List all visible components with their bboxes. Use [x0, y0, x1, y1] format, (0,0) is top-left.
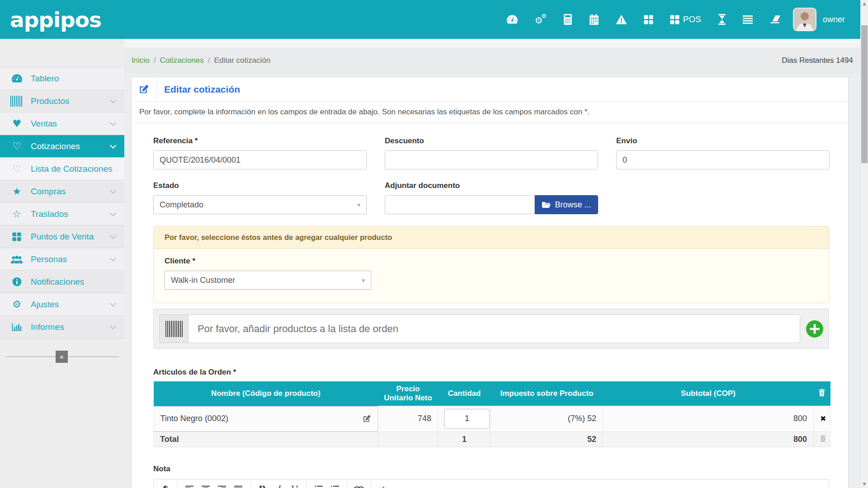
- app-logo[interactable]: appipos: [10, 7, 101, 32]
- quantity-input[interactable]: [444, 409, 490, 429]
- remove-row-icon[interactable]: ✖: [820, 414, 826, 423]
- edit-icon: [132, 77, 157, 101]
- form-instructions: Por favor, complete la información en lo…: [132, 102, 848, 123]
- align-right-icon[interactable]: [214, 480, 230, 488]
- pos-grid-icon: [670, 15, 679, 24]
- sidebar-item-productos[interactable]: Productos: [0, 90, 124, 113]
- gear-icon: ⚙: [9, 300, 24, 310]
- link-icon[interactable]: [351, 480, 367, 488]
- envio-input[interactable]: [616, 150, 830, 169]
- main-content: Inicio/Cotizaciones/Editar cotización Di…: [124, 39, 860, 488]
- sidebar-item-lista-de-cotizaciones[interactable]: ♡ Lista de Cotizaciones: [0, 158, 124, 180]
- sidebar-item-informes[interactable]: Informes: [0, 316, 124, 338]
- sidebar-item-ajustes[interactable]: ⚙ Ajustes: [0, 293, 124, 316]
- sidebar-item-cotizaciones[interactable]: ♡ Cotizaciones: [0, 135, 124, 158]
- calculator-icon[interactable]: [563, 14, 572, 25]
- trash-icon[interactable]: [819, 389, 825, 396]
- paragraph-format-button[interactable]: ¶: [157, 480, 174, 488]
- dashboard-icon[interactable]: [506, 14, 518, 24]
- sidebar-item-label: Lista de Cotizaciones: [31, 164, 113, 174]
- total-label: Total: [154, 432, 378, 447]
- order-items-title: Artículos de la Orden *: [153, 368, 829, 377]
- tax-cell: (7%) 52: [491, 406, 603, 432]
- calendar-icon[interactable]: [589, 14, 599, 25]
- caret-down-icon: ▾: [362, 277, 365, 283]
- sidebar-item-label: Traslados: [31, 209, 68, 219]
- chevron-down-icon: [110, 97, 116, 103]
- cliente-label: Cliente *: [165, 257, 818, 266]
- eraser-icon[interactable]: [769, 15, 780, 23]
- edit-row-icon[interactable]: [363, 414, 371, 423]
- bold-button[interactable]: B: [254, 480, 270, 488]
- underline-button[interactable]: U: [287, 480, 303, 488]
- sidebar-item-personas[interactable]: Personas: [0, 248, 124, 271]
- col-header-name: Nombre (Código de producto): [154, 381, 378, 406]
- scroll-up-arrow[interactable]: ▲: [861, 0, 868, 8]
- page-scrollbar[interactable]: ▲ ▼: [860, 0, 868, 488]
- code-view-button[interactable]: </>: [375, 480, 392, 488]
- col-header-subtotal: Subtotal (COP): [603, 381, 814, 406]
- sidebar-item-label: Productos: [31, 96, 70, 106]
- total-qty: 1: [438, 432, 491, 447]
- estado-select[interactable]: Completado ▾: [153, 195, 367, 214]
- sidebar-nav: Tablero Productos ♥ Ventas ♡ Cotizacione…: [0, 39, 124, 488]
- heart-outline-icon: ♡: [9, 164, 24, 174]
- cliente-select[interactable]: Walk-in Customer ▾: [165, 271, 371, 290]
- warning-icon[interactable]: [616, 14, 627, 24]
- list-icon[interactable]: [743, 15, 753, 24]
- browse-button[interactable]: Browse ...: [535, 195, 598, 214]
- logged-user-label[interactable]: owner: [823, 15, 845, 24]
- sidebar-item-label: Cotizaciones: [31, 141, 80, 151]
- italic-button[interactable]: I: [270, 480, 287, 488]
- align-left-icon[interactable]: [181, 480, 198, 488]
- col-header-qty: Cantidad: [438, 381, 491, 406]
- select-before-products-warning: Por favor, seleccione éstos antes de agr…: [153, 226, 829, 303]
- sidebar-item-traslados[interactable]: ☆ Traslados: [0, 203, 124, 225]
- info-circle-icon: [9, 277, 24, 286]
- adjuntar-label: Adjuntar documento: [385, 181, 598, 190]
- scrollbar-thumb[interactable]: [861, 25, 868, 163]
- pos-menu-item[interactable]: POS: [670, 14, 701, 24]
- sidebar-item-label: Informes: [31, 322, 64, 332]
- adjuntar-file-input[interactable]: [385, 195, 535, 214]
- apps-icon[interactable]: [644, 15, 653, 24]
- trash-icon[interactable]: [820, 435, 826, 442]
- sidebar-item-tablero[interactable]: Tablero: [0, 67, 124, 90]
- sidebar-item-puntos-de-venta[interactable]: Puntos de Venta: [0, 225, 124, 248]
- referencia-input[interactable]: [153, 150, 367, 169]
- scroll-down-arrow[interactable]: ▼: [861, 480, 868, 488]
- product-name: Tinto Negro (0002): [160, 414, 228, 423]
- breadcrumb-home-link[interactable]: Inicio: [132, 56, 150, 65]
- product-search-input[interactable]: [188, 314, 800, 343]
- sidebar-collapse-button[interactable]: «: [56, 351, 68, 363]
- chevron-down-icon: [110, 300, 116, 306]
- descuento-input[interactable]: [385, 150, 598, 169]
- breadcrumb-section-link[interactable]: Cotizaciones: [160, 56, 203, 65]
- sidebar-item-ventas[interactable]: ♥ Ventas: [0, 113, 124, 135]
- heart-outline-icon: ♡: [9, 141, 24, 151]
- align-justify-icon[interactable]: [230, 480, 246, 488]
- cogs-icon[interactable]: ⚙⚙: [535, 14, 547, 25]
- ordered-list-icon[interactable]: [327, 480, 343, 488]
- edit-quote-panel: Editar cotización Por favor, complete la…: [131, 77, 849, 488]
- unordered-list-icon[interactable]: [311, 480, 327, 488]
- star-filled-icon: ★: [9, 187, 24, 197]
- align-center-icon[interactable]: [198, 480, 214, 488]
- total-subtotal: 800: [603, 432, 814, 447]
- unit-price-cell: 748: [378, 406, 438, 432]
- total-tax: 52: [491, 432, 603, 447]
- chevron-down-icon: [110, 187, 116, 193]
- days-remaining-label: Dias Restantes 1494: [782, 56, 853, 65]
- chevron-down-icon: [110, 210, 116, 216]
- table-total-row: Total 1 52 800: [154, 432, 830, 447]
- hourglass-icon[interactable]: [718, 14, 726, 25]
- user-avatar[interactable]: [793, 8, 816, 31]
- note-editor: ¶ B I U: [153, 479, 829, 488]
- sidebar-item-notificaciones[interactable]: Notificaciones: [0, 271, 124, 293]
- estado-label: Estado: [153, 181, 367, 190]
- plus-circle-icon: [806, 320, 823, 338]
- sidebar-item-compras[interactable]: ★ Compras: [0, 180, 124, 203]
- sidebar-item-label: Tablero: [31, 74, 59, 84]
- chevron-down-icon: [110, 323, 116, 329]
- add-product-button[interactable]: [806, 320, 823, 338]
